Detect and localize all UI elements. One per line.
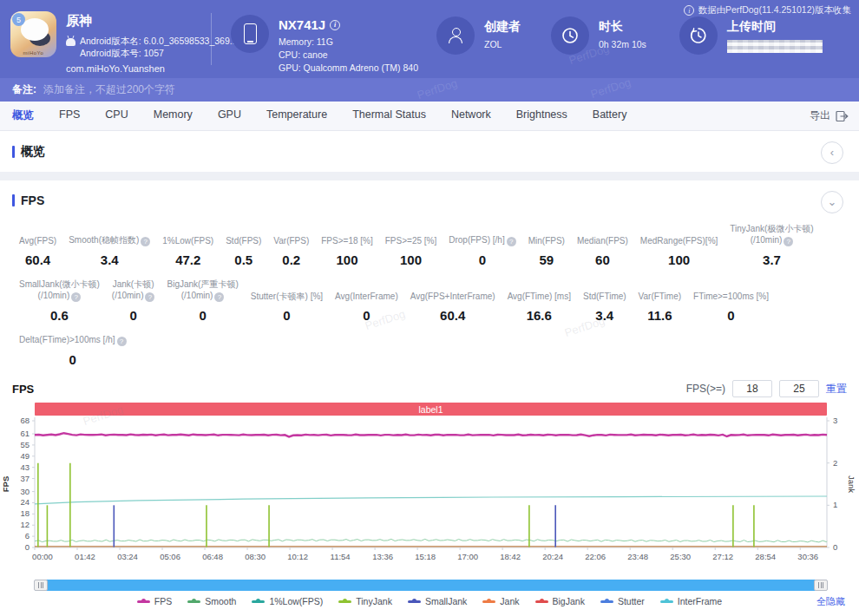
svg-text:24: 24 <box>20 497 30 507</box>
legend-label: 1%Low(FPS) <box>269 596 323 606</box>
scrollbar-left-handle[interactable] <box>34 580 48 591</box>
legend-item-fps[interactable]: FPS <box>137 596 172 606</box>
svg-text:20:24: 20:24 <box>542 552 563 561</box>
upload-info: 上传时间 <box>679 16 823 55</box>
legend-item-bigjank[interactable]: BigJank <box>535 596 585 606</box>
tab-brightness[interactable]: Brightness <box>516 108 567 123</box>
section-accent-bar <box>12 146 15 158</box>
app-version-code: Android版本号: 1057 <box>80 47 238 59</box>
legend-item-stutter[interactable]: Stutter <box>600 596 645 606</box>
chart-header: FPS FPS(>=) 重置 <box>0 378 859 403</box>
tab-list: 概览FPSCPUMemoryGPUTemperatureThermal Stat… <box>12 108 810 123</box>
svg-text:2: 2 <box>833 458 837 468</box>
scrollbar-right-handle[interactable] <box>814 580 828 591</box>
note-bar[interactable]: 备注: 添加备注，不超过200个字符 PerfDog PerfDog <box>0 78 859 102</box>
help-icon[interactable]: ? <box>507 237 516 246</box>
watermark: PerfDog <box>589 75 633 101</box>
help-icon[interactable]: ? <box>784 237 793 246</box>
stat-row: SmallJank(微小卡顿)(/10min)?0.6Jank(卡顿)(/10m… <box>19 279 859 323</box>
stat-cell: Var(FTime)11.6 <box>639 291 681 323</box>
clock-icon <box>551 16 589 55</box>
help-icon[interactable]: ? <box>117 337 127 346</box>
upload-time-label: 上传时间 <box>727 19 823 35</box>
stat-cell: MedRange(FPS)[%]100 <box>640 235 718 267</box>
svg-text:11:54: 11:54 <box>331 552 351 561</box>
help-icon[interactable]: ? <box>214 292 224 302</box>
tab-cpu[interactable]: CPU <box>105 108 128 123</box>
tab-fps[interactable]: FPS <box>59 108 80 123</box>
stat-value: 100 <box>640 252 718 267</box>
legend-item-1-low-fps-[interactable]: 1%Low(FPS) <box>252 596 323 606</box>
chart-legend: FPSSmooth1%Low(FPS)TinyJankSmallJankJank… <box>0 596 859 606</box>
tab-thermal-status[interactable]: Thermal Status <box>352 108 426 123</box>
tab-temperature[interactable]: Temperature <box>266 108 327 123</box>
legend-swatch <box>660 600 673 603</box>
stat-row: Avg(FPS)60.4Smooth(稳帧指数)?3.41%Low(FPS)47… <box>19 223 859 267</box>
stat-cell: Std(FTime)3.4 <box>583 291 626 323</box>
chart-scrollbar[interactable] <box>35 580 827 591</box>
stat-value: 0 <box>112 308 155 323</box>
svg-text:28:54: 28:54 <box>755 552 776 561</box>
stat-cell: Std(FPS)0.5 <box>226 235 261 267</box>
tab-memory[interactable]: Memory <box>154 108 193 123</box>
stat-value: 0 <box>693 308 769 323</box>
device-memory: Memory: 11G <box>279 36 418 49</box>
legend-item-interframe[interactable]: InterFrame <box>660 596 722 606</box>
fps-chart-canvas[interactable]: 0612182430374349556168012300:0001:4203:2… <box>0 416 859 573</box>
legend-toggle-all-link[interactable]: 全隐藏 <box>816 595 845 608</box>
help-icon[interactable]: ? <box>145 292 154 302</box>
svg-text:Jank: Jank <box>847 475 856 493</box>
stat-value: 0 <box>449 252 515 267</box>
device-info: NX741J i Memory: 11G CPU: canoe GPU: Qua… <box>231 15 418 75</box>
stat-value: 3.4 <box>583 308 626 323</box>
legend-label: Jank <box>500 596 519 606</box>
overview-title: 概览 <box>21 144 45 160</box>
tab-gpu[interactable]: GPU <box>218 108 241 123</box>
help-icon[interactable]: ? <box>141 237 150 246</box>
section-divider <box>0 172 859 180</box>
tab-battery[interactable]: Battery <box>593 108 627 123</box>
stat-value: 59 <box>528 252 565 267</box>
svg-text:1: 1 <box>833 500 837 509</box>
svg-text:00:00: 00:00 <box>32 552 53 561</box>
fps-section-header: FPS ⌄ <box>0 180 859 211</box>
stat-value: 16.6 <box>508 308 571 323</box>
note-label: 备注: <box>12 82 36 97</box>
device-cpu: CPU: canoe <box>279 49 418 62</box>
fps-section-title: FPS <box>21 193 44 207</box>
stat-cell: 1%Low(FPS)47.2 <box>162 235 213 267</box>
export-button[interactable]: 导出 <box>810 108 849 123</box>
reset-link[interactable]: 重置 <box>826 382 847 396</box>
tab-network[interactable]: Network <box>451 108 491 123</box>
svg-text:15:18: 15:18 <box>415 552 436 561</box>
legend-item-jank[interactable]: Jank <box>482 596 519 606</box>
svg-text:43: 43 <box>20 462 30 472</box>
svg-text:08:30: 08:30 <box>245 552 266 561</box>
legend-label: TinyJank <box>356 596 392 606</box>
tab-概览[interactable]: 概览 <box>12 108 34 123</box>
stat-cell: Jank(卡顿)(/10min)?0 <box>112 279 155 323</box>
svg-text:37: 37 <box>20 474 30 483</box>
fps-threshold-label: FPS(>=) <box>686 383 725 395</box>
legend-label: BigJank <box>553 596 585 606</box>
stat-row: Delta(FTime)>100ms [/h]?0 <box>19 334 859 367</box>
svg-text:30:36: 30:36 <box>797 552 818 561</box>
legend-swatch <box>187 600 200 603</box>
header-divider <box>211 13 212 65</box>
fps-chart[interactable]: 0612182430374349556168012300:0001:4203:2… <box>0 416 859 577</box>
stat-cell: FPS>=25 [%]100 <box>385 235 436 267</box>
fps-threshold-input-2[interactable] <box>779 380 819 397</box>
overview-collapse-button[interactable]: ‹ <box>821 141 843 164</box>
fps-threshold-input-1[interactable] <box>732 380 772 397</box>
stat-cell: Min(FPS)59 <box>528 235 565 267</box>
svg-text:12: 12 <box>20 520 30 529</box>
legend-item-smalljank[interactable]: SmallJank <box>408 596 467 606</box>
stat-value: 3.4 <box>69 252 150 267</box>
legend-item-smooth[interactable]: Smooth <box>187 596 236 606</box>
duration-label: 时长 <box>599 19 646 35</box>
legend-item-tinyjank[interactable]: TinyJank <box>338 596 392 606</box>
device-name: NX741J <box>279 17 325 32</box>
help-icon[interactable]: ? <box>71 292 81 302</box>
stat-value: 47.2 <box>162 252 213 267</box>
device-info-icon[interactable]: i <box>330 20 340 30</box>
